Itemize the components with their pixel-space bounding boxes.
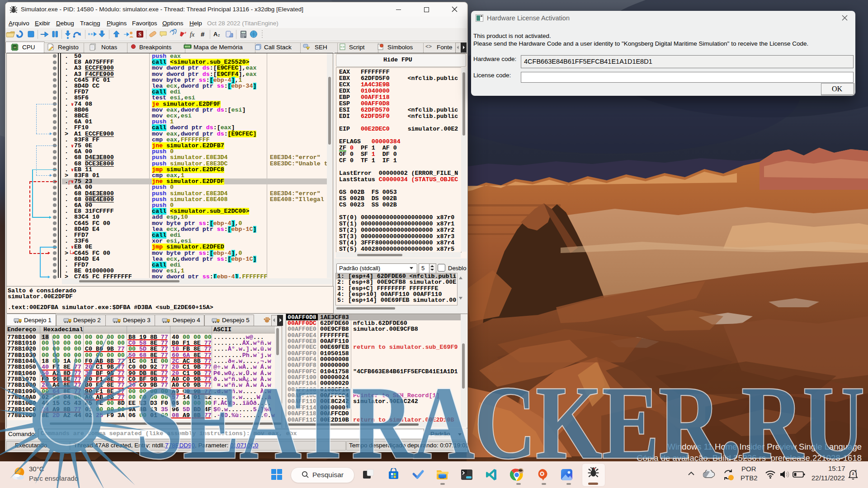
svg-text:S: S	[138, 31, 142, 38]
svg-text:z: z	[855, 469, 857, 473]
svg-text:32: 32	[13, 46, 16, 49]
svg-text:z: z	[852, 471, 854, 476]
svg-text:!: !	[307, 47, 308, 50]
svg-text:z: z	[218, 33, 220, 38]
svg-text:A: A	[213, 31, 218, 38]
svg-text:fx: fx	[190, 31, 195, 38]
svg-text:<>: <>	[340, 45, 345, 49]
svg-text:#: #	[201, 30, 205, 38]
